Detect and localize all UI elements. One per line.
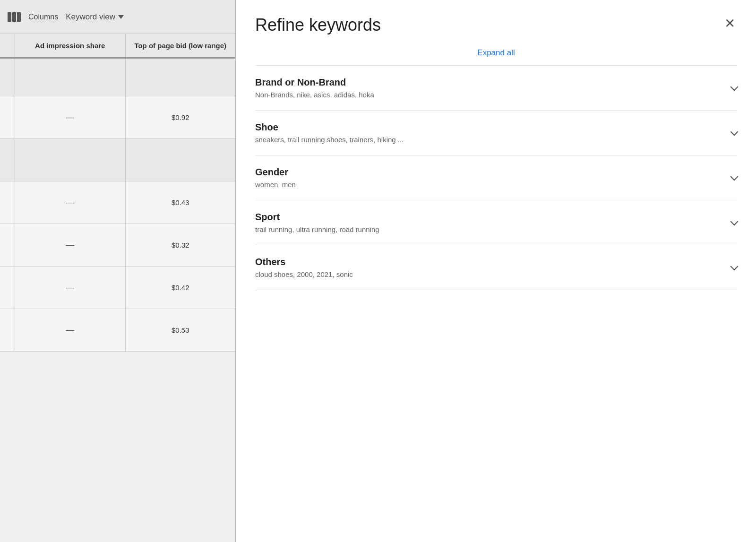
dash-icon: — [66,283,74,293]
chevron-down-icon [118,15,124,19]
td-ad-impression [15,139,126,181]
refine-item-others[interactable]: Others cloud shoes, 2000, 2021, sonic [255,245,737,290]
table-row: — $0.32 [0,224,235,267]
table-row: — $0.42 [0,267,235,309]
chevron-down-icon [730,83,739,91]
td-ad-impression: — [15,181,126,224]
keyword-view-label: Keyword view [66,12,115,22]
columns-label: Columns [28,13,58,21]
td-top-bid [126,59,236,96]
td-top-bid: $0.43 [126,181,236,224]
refine-item-content: Sport trail running, ultra running, road… [255,212,722,233]
table-header: Ad impression share Top of page bid (low… [0,34,235,59]
refine-item-gender[interactable]: Gender women, men [255,155,737,200]
th-top-of-page-bid: Top of page bid (low range) [126,34,236,57]
td-top-bid: $0.42 [126,267,236,309]
table-row: — $0.92 [0,96,235,139]
dash-icon: — [66,240,74,250]
refine-item-subtitle: cloud shoes, 2000, 2021, sonic [255,270,722,278]
td-top-bid: $0.53 [126,309,236,351]
table-row [0,139,235,181]
refine-item-subtitle: trail running, ultra running, road runni… [255,225,722,233]
refine-keywords-panel: Refine keywords ✕ Expand all Brand or No… [236,0,756,542]
refine-item-title: Sport [255,212,722,223]
chevron-down-icon [730,173,739,181]
chevron-down-icon [730,263,739,271]
refine-item-subtitle: sneakers, trail running shoes, trainers,… [255,136,722,144]
th-ad-impression-share: Ad impression share [15,34,126,57]
refine-item-content: Others cloud shoes, 2000, 2021, sonic [255,257,722,278]
table-body: — $0.92 — $0.43 — $0.32 [0,59,235,542]
columns-icon [8,12,21,22]
close-button[interactable]: ✕ [722,15,737,32]
td-ad-impression [15,59,126,96]
expand-all-button[interactable]: Expand all [255,44,737,61]
refine-item-title: Brand or Non-Brand [255,77,722,88]
refine-item-title: Others [255,257,722,267]
refine-item-subtitle: Non-Brands, nike, asics, adidas, hoka [255,91,722,99]
table-row: — $0.43 [0,181,235,224]
td-top-bid [126,139,236,181]
panel-title: Refine keywords [255,15,381,35]
toolbar: Columns Keyword view [0,0,235,34]
dash-icon: — [66,325,74,335]
td-ad-impression: — [15,96,126,138]
dash-icon: — [66,198,74,207]
td-ad-impression: — [15,267,126,309]
refine-item-content: Brand or Non-Brand Non-Brands, nike, asi… [255,77,722,99]
chevron-down-icon [730,128,739,136]
td-ad-impression: — [15,224,126,266]
refine-item-content: Shoe sneakers, trail running shoes, trai… [255,122,722,144]
panel-header: Refine keywords ✕ [255,15,737,35]
refine-item-shoe[interactable]: Shoe sneakers, trail running shoes, trai… [255,111,737,155]
refine-item-title: Gender [255,167,722,178]
refine-item-sport[interactable]: Sport trail running, ultra running, road… [255,200,737,245]
keyword-view-button[interactable]: Keyword view [66,12,124,22]
table-row: — $0.53 [0,309,235,352]
td-top-bid: $0.92 [126,96,236,138]
refine-item-brand[interactable]: Brand or Non-Brand Non-Brands, nike, asi… [255,66,737,111]
refine-item-subtitle: women, men [255,181,722,189]
td-top-bid: $0.32 [126,224,236,266]
table-row [0,59,235,96]
left-panel: Columns Keyword view Ad impression share… [0,0,236,542]
dash-icon: — [66,112,74,122]
refine-item-title: Shoe [255,122,722,133]
th-empty [0,34,15,57]
td-ad-impression: — [15,309,126,351]
refine-item-content: Gender women, men [255,167,722,189]
chevron-down-icon [730,218,739,226]
